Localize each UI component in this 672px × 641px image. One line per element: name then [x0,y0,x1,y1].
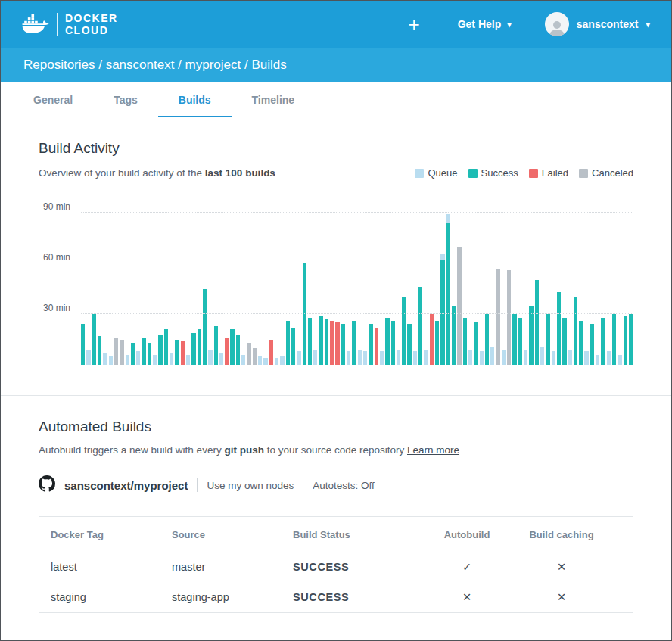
build-bar[interactable] [198,329,201,365]
build-bar[interactable] [109,356,113,365]
build-bar[interactable] [435,321,439,365]
build-bar[interactable] [170,353,173,365]
build-bar[interactable] [424,350,428,365]
build-bar[interactable] [297,351,300,365]
build-bar[interactable] [126,355,129,365]
build-bar[interactable] [225,338,229,365]
build-bar[interactable] [463,318,467,366]
build-bar[interactable] [375,328,378,365]
build-bar[interactable] [407,324,411,365]
build-bar[interactable] [363,351,367,365]
build-bar[interactable] [502,350,506,365]
build-bar[interactable] [164,329,168,365]
build-bar[interactable] [136,351,140,365]
build-bar[interactable] [263,358,267,365]
build-bar[interactable] [308,318,312,366]
build-bar[interactable] [430,314,434,365]
build-status-link[interactable]: SUCCESS [293,591,429,603]
build-bar[interactable] [574,297,577,365]
build-bar[interactable] [158,335,162,365]
build-bar[interactable] [369,324,372,365]
get-help-menu[interactable]: Get Help ▾ [458,18,512,30]
build-bar[interactable] [191,333,195,365]
build-bar[interactable] [468,350,472,365]
build-bar[interactable] [518,318,522,366]
build-bar[interactable] [92,314,96,365]
build-bar[interactable] [241,355,245,365]
build-bar[interactable] [335,322,339,365]
build-bar[interactable] [524,350,527,365]
build-bar[interactable] [452,306,456,365]
build-status-link[interactable]: SUCCESS [293,561,429,573]
build-bar[interactable] [280,356,284,365]
build-bar[interactable] [236,335,240,365]
build-bar[interactable] [590,324,594,365]
build-bar[interactable] [291,328,295,365]
tab-builds[interactable]: Builds [158,82,232,117]
build-bar[interactable] [275,358,278,365]
build-bar[interactable] [562,318,566,366]
build-bar[interactable] [480,351,484,365]
build-bar[interactable] [391,321,395,365]
build-bar[interactable] [347,351,350,365]
build-bar[interactable] [269,340,273,366]
build-bar[interactable] [612,314,616,365]
build-bar[interactable] [319,316,322,365]
build-bar[interactable] [341,324,345,365]
build-bar[interactable] [203,289,207,365]
build-bar[interactable] [485,314,489,365]
build-bar[interactable] [568,350,572,365]
breadcrumb[interactable]: Repositories / sanscontext / myproject /… [23,58,287,73]
build-bar[interactable] [596,355,599,365]
build-bar[interactable] [247,343,250,365]
build-bar[interactable] [512,314,516,365]
build-bar[interactable] [352,321,356,365]
build-bar[interactable] [457,247,461,365]
build-bar[interactable] [380,351,384,365]
tab-general[interactable]: General [13,82,93,117]
build-bar[interactable] [546,314,549,365]
tab-tags[interactable]: Tags [93,82,158,117]
build-bar[interactable] [607,351,611,365]
build-bar[interactable] [624,316,627,365]
tab-timeline[interactable]: Timeline [232,82,316,117]
build-bar[interactable] [153,355,157,365]
build-bar[interactable] [358,350,362,365]
build-bar[interactable] [286,321,290,365]
build-bar[interactable] [214,326,218,365]
build-bar[interactable] [496,269,499,365]
build-bar[interactable] [535,280,539,365]
build-bar[interactable] [313,350,317,365]
build-bar[interactable] [330,321,334,365]
build-bar[interactable] [114,338,118,365]
build-bar[interactable] [618,355,621,365]
build-bar[interactable] [601,318,605,366]
build-bar[interactable] [253,348,257,365]
build-bar[interactable] [413,351,417,365]
build-bar[interactable] [397,350,400,365]
build-bar[interactable] [579,321,583,365]
build-bar[interactable] [175,340,179,366]
build-bar[interactable] [557,292,561,365]
build-bar[interactable] [507,270,511,365]
build-bar[interactable] [584,351,588,365]
build-bar[interactable] [418,287,422,365]
build-bar[interactable] [230,329,234,365]
build-bar[interactable] [402,297,406,365]
build-bar[interactable] [219,353,223,365]
build-bar[interactable] [181,341,185,365]
docker-cloud-logo[interactable]: DOCKER CLOUD [22,12,118,36]
build-bar[interactable] [385,318,389,366]
build-bar[interactable] [490,347,494,366]
create-plus-button[interactable]: + [403,14,424,34]
build-bar[interactable] [540,347,544,366]
build-bar[interactable] [186,355,190,365]
build-bar[interactable] [103,353,107,365]
build-bar[interactable] [474,322,478,365]
build-bar[interactable] [120,340,123,366]
build-bar[interactable] [81,324,85,365]
build-bar[interactable] [529,306,533,365]
build-bar[interactable] [552,351,555,365]
build-bar[interactable] [148,343,151,365]
build-bar[interactable] [258,356,262,365]
